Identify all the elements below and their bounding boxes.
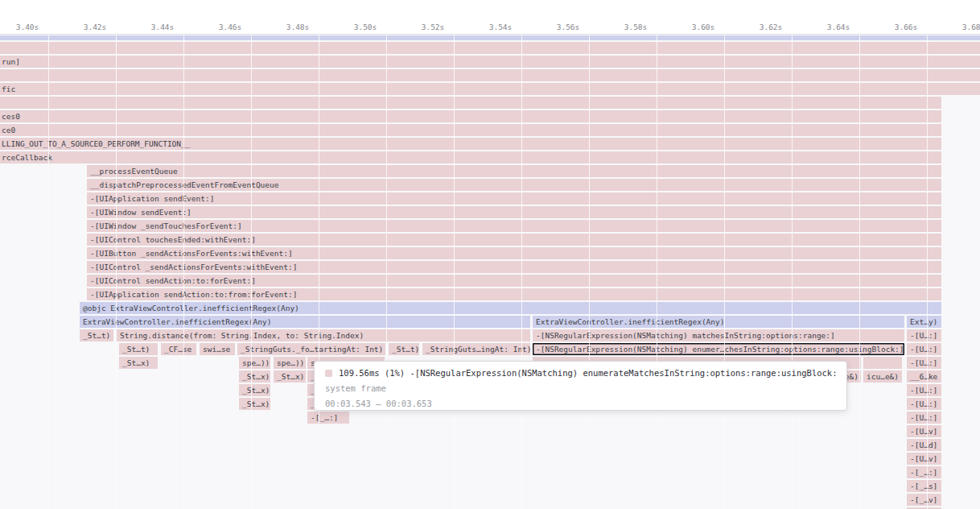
stack-frame[interactable]: -[UIControl sendAction:to:forEvent:] — [87, 275, 941, 287]
gridline — [792, 35, 793, 509]
tooltip-time-range: 00:03.543 — 00:03.653 — [325, 396, 836, 412]
stack-frame[interactable]: run] — [0, 56, 980, 68]
gridline — [724, 35, 725, 509]
gridline — [589, 35, 590, 509]
stack-frame[interactable] — [0, 97, 941, 109]
stack-frame[interactable]: -[UIButton _sendActionsForEvents:withEve… — [87, 247, 941, 259]
time-tick-label: 3.48s — [286, 23, 310, 31]
gridline — [521, 35, 522, 509]
stack-frame[interactable]: _St…x) — [239, 384, 270, 396]
stack-frame[interactable]: _St…t) — [389, 343, 419, 355]
time-tick-label: 3.62s — [760, 23, 783, 31]
stack-frame[interactable]: _StringGuts._fo…tartingAt: Int) — [237, 343, 385, 355]
stack-frame[interactable]: __dispatchPreprocessedEventFromEventQueu… — [87, 179, 941, 191]
stack-frame[interactable]: ces0 — [0, 110, 941, 122]
stack-frame[interactable]: Ext…y) — [907, 316, 941, 328]
time-tick-label: 3.40s — [16, 23, 39, 31]
stack-frame[interactable]: icu…e&) — [863, 370, 902, 383]
stack-frame[interactable]: _CF…se — [161, 343, 196, 355]
tooltip-duration-and-symbol: 109.56ms (1%) -[NSRegularExpression(NSMa… — [339, 368, 836, 378]
gridline — [657, 35, 657, 509]
time-tick-label: 3.50s — [354, 23, 377, 31]
stack-frame[interactable]: -[UIApplication sendAction:to:from:forEv… — [87, 288, 941, 300]
gridline — [319, 35, 319, 509]
stack-frame[interactable]: -[U…:] — [907, 384, 941, 396]
stack-frame[interactable]: LLING_OUT_TO_A_SOURCE0_PERFORM_FUNCTION_… — [0, 138, 941, 150]
time-tick-label: 3.56s — [557, 23, 580, 31]
stack-frame[interactable]: -[U…:] — [907, 329, 941, 341]
stack-frame[interactable]: -[U…:] — [907, 398, 941, 410]
stack-frame[interactable]: -[_…v] — [907, 494, 941, 506]
stack-frame[interactable]: -[UIControl touchesEnded:withEvent:] — [87, 234, 941, 246]
stack-frame[interactable]: _St…x) — [239, 370, 270, 383]
gridline — [859, 35, 860, 509]
gridline — [454, 35, 455, 509]
time-tick-label: 3.60s — [692, 23, 715, 31]
stack-frame[interactable]: swi…se — [200, 343, 235, 355]
stack-frame[interactable]: -[U…:] — [907, 412, 941, 424]
stack-frame[interactable] — [0, 69, 980, 81]
stack-frame[interactable]: _StringGuts…ingAt: Int) — [422, 343, 530, 355]
tooltip-summary-line: 109.56ms (1%) -[NSRegularExpression(NSMa… — [325, 366, 836, 381]
gridline — [183, 35, 184, 509]
stack-frame[interactable]: __6…ke — [907, 370, 941, 383]
gridline — [927, 35, 928, 509]
stack-frame[interactable]: -[_…s] — [907, 480, 941, 492]
gridline — [48, 35, 49, 509]
stack-frame[interactable]: String.distance(from: String.Index, to: … — [117, 329, 530, 341]
stack-frame[interactable]: ExtraViewController.inefficientRegex(Any… — [80, 316, 530, 328]
time-tick-label: 3.66s — [895, 23, 918, 31]
stack-frame[interactable]: _St…x) — [119, 357, 158, 369]
stack-frame[interactable]: spe…)) — [239, 357, 270, 369]
stack-frame[interactable]: rceCallback — [0, 151, 941, 163]
frame-tooltip: 109.56ms (1%) -[NSRegularExpression(NSMa… — [314, 361, 847, 411]
stack-frame[interactable]: -[_…:] — [307, 412, 349, 424]
stack-frame[interactable]: _St…t) — [80, 329, 113, 341]
stack-frame[interactable]: -[U…:] — [907, 343, 941, 355]
category-color-swatch — [325, 370, 332, 377]
stack-frame[interactable]: fic — [0, 83, 980, 95]
stack-frame[interactable]: -[UIWindow _sendTouchesForEvent:] — [87, 220, 941, 232]
stack-frame[interactable]: spe…)) — [274, 357, 306, 369]
gridline — [251, 35, 252, 509]
stack-frame[interactable]: __processEventQueue — [87, 165, 941, 177]
time-tick-label: 3.68s — [962, 23, 980, 31]
stack-frame[interactable]: _St…t) — [119, 343, 158, 355]
stack-frame[interactable]: -[UIApplication sendEvent:] — [87, 192, 941, 205]
time-tick-label: 3.54s — [489, 23, 513, 31]
stack-frame[interactable] — [0, 35, 980, 40]
stack-frame[interactable]: -[UIWindow sendEvent:] — [87, 206, 941, 218]
time-tick-label: 3.58s — [624, 23, 648, 31]
stack-frame[interactable]: _St…x) — [274, 370, 306, 383]
stack-frame[interactable] — [863, 357, 902, 369]
time-tick-label: 3.52s — [422, 23, 445, 31]
stack-frame[interactable]: -[UIControl _sendActionsForEvents:withEv… — [87, 261, 941, 273]
gridline — [116, 35, 117, 509]
time-profiler-flame-chart: { "ruler": { "tick_interval_s": 0.02, "l… — [0, 0, 980, 509]
time-tick-label: 3.44s — [151, 23, 175, 31]
stack-frame[interactable]: -[U…d] — [907, 439, 941, 451]
flame-graph-canvas[interactable]: run]ficces0ce0LLING_OUT_TO_A_SOURCE0_PER… — [0, 35, 980, 509]
stack-frame[interactable]: ce0 — [0, 124, 941, 136]
time-ruler[interactable]: 3.40s3.42s3.44s3.46s3.48s3.50s3.52s3.54s… — [0, 0, 980, 35]
stack-frame[interactable]: -[U…:] — [907, 357, 941, 369]
stack-frame[interactable]: _St…x) — [239, 398, 270, 410]
time-tick-label: 3.64s — [827, 23, 850, 31]
stack-frame[interactable]: -[U…v] — [907, 425, 941, 437]
time-tick-label: 3.42s — [84, 23, 107, 31]
time-tick-label: 3.46s — [219, 23, 242, 31]
stack-frame[interactable]: -[U…v] — [907, 453, 941, 465]
stack-frame[interactable] — [0, 42, 980, 54]
stack-frame[interactable]: -[_…:] — [907, 466, 941, 478]
tooltip-frame-kind: system frame — [325, 381, 836, 396]
gridline — [386, 35, 387, 509]
stack-frame[interactable]: @objc ExtraViewController.inefficientReg… — [80, 302, 941, 314]
